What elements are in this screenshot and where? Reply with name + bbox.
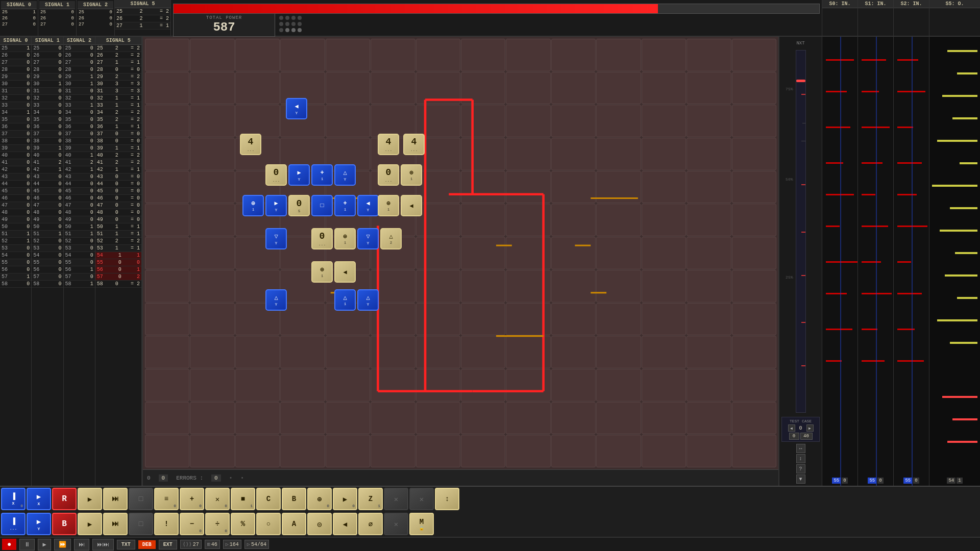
footer-fff-btn[interactable]: ⏭	[74, 539, 89, 550]
list-item: 280= 0	[95, 66, 141, 73]
s2-list-header: SIGNAL 2	[64, 37, 95, 45]
tb-btn-play2[interactable]: ▶	[78, 513, 102, 535]
tile-down-y1[interactable]: ▽Y	[265, 228, 287, 249]
tile-plus-bottom[interactable]: ⊕1	[311, 261, 333, 283]
tile-plus-cream[interactable]: ⊕1	[401, 164, 422, 186]
tile-up-bottom-1[interactable]: △1	[334, 289, 356, 311]
tile-cross-1[interactable]: ⊕1	[334, 228, 356, 249]
side-btn-4[interactable]: ▼	[796, 474, 805, 484]
tb-btn-c[interactable]: C	[256, 488, 281, 510]
tb-btn-stop2[interactable]: □	[129, 513, 153, 535]
signal0-header-col: SIGNAL 0 251 260 270	[0, 0, 38, 37]
tile-4-right1[interactable]: 4 ...	[378, 134, 399, 155]
grid-area[interactable]: // Generate grid cells for(let i=0;i<182…	[143, 37, 778, 486]
tb-btn-fast-fwd[interactable]: ⏭	[103, 488, 128, 510]
tile-4-left[interactable]: 4 ...	[240, 134, 261, 155]
signal0-list: SIGNAL 0 251 260 270 280 290 300 310 320…	[0, 37, 32, 486]
tc-next-button[interactable]: ▶	[806, 424, 814, 432]
tb-btn-play[interactable]: ▶	[78, 488, 102, 510]
tile-up-2[interactable]: △2	[380, 228, 402, 249]
tile-plus-1-blue[interactable]: +1	[334, 195, 356, 216]
tile-play-y1[interactable]: ▶Y	[288, 164, 310, 186]
footer-val4-box: ▷ 54/64	[244, 540, 269, 549]
tb-btn-z[interactable]: Z1	[358, 488, 383, 510]
list-item: 271= 1	[95, 59, 141, 66]
tile-plus-1-cream[interactable]: ⊕1	[378, 195, 399, 216]
tb-btn-x[interactable]: ✕0	[205, 488, 230, 510]
tb-btn-add[interactable]: +0	[180, 488, 204, 510]
tc-prev-button[interactable]: ◀	[788, 424, 795, 432]
tile-left-bottom[interactable]: ◀	[334, 261, 356, 283]
tile-up-bottom-y2[interactable]: △Y	[357, 289, 379, 311]
tile-0-5[interactable]: 0 5	[288, 195, 310, 216]
tb-btn-pause-y[interactable]: ▐...	[1, 513, 26, 535]
list-item: 440	[32, 181, 63, 188]
footer-record-btn[interactable]: ●	[2, 539, 16, 550]
tb-btn-div[interactable]: ÷0	[205, 513, 230, 535]
tile-0-cream2[interactable]: 0 ...	[378, 164, 399, 186]
tb-btn-excl[interactable]: !	[154, 513, 179, 535]
tile-left-arrow-top[interactable]: ◀Y	[286, 98, 307, 119]
s5-list-header: SIGNAL 5	[95, 37, 141, 45]
tb-btn-record[interactable]: R	[52, 488, 77, 510]
tb-btn-stop[interactable]: □	[129, 488, 153, 510]
tile-play-y2[interactable]: ▶Y	[265, 195, 287, 216]
tb-btn-x4[interactable]: ✕	[384, 513, 408, 535]
footer-txt-btn[interactable]: TXT	[117, 540, 135, 549]
s2-h2: 260	[78, 15, 113, 21]
tile-up-bottom-y1[interactable]: △Y	[265, 289, 287, 311]
tb-btn-x2[interactable]: ✕	[384, 488, 408, 510]
tb-btn-arrows-v[interactable]: ↕	[435, 488, 459, 510]
footer-ffff-btn[interactable]: ⏭⏭	[92, 539, 114, 550]
tc-box2: 40	[800, 433, 813, 440]
tile-4-right2[interactable]: 4 ...	[403, 134, 425, 155]
tb-btn-b[interactable]: B	[282, 488, 306, 510]
tb-btn-arrow-r[interactable]: ▶0	[333, 488, 357, 510]
footer-play-btn[interactable]: ▶	[38, 539, 51, 550]
tile-0-dots[interactable]: 0 ...	[311, 228, 333, 249]
tb-btn-minus[interactable]: −0	[180, 513, 204, 535]
tile-0-cream1[interactable]: 0 ...	[265, 164, 287, 186]
tb-btn-left[interactable]: ◀	[333, 513, 357, 535]
tile-up-y1[interactable]: △Y	[334, 164, 356, 186]
tb-btn-block[interactable]: ■1	[231, 488, 255, 510]
tile-plus-blue[interactable]: ⊕1	[242, 195, 264, 216]
list-item: 421	[32, 166, 63, 173]
tile-down-y2[interactable]: ▽Y	[357, 228, 379, 249]
tb-btn-eq[interactable]: ≡0	[154, 488, 179, 510]
signal2-label: SIGNAL 2	[78, 1, 113, 9]
tb-btn-a[interactable]: A	[282, 513, 306, 535]
tile-left-y[interactable]: ◀Y	[357, 195, 379, 216]
footer-pause-btn[interactable]: ⏸	[19, 539, 35, 550]
list-item: 421= 1	[95, 166, 141, 173]
tb-btn-bullseye[interactable]: ◎	[307, 513, 332, 535]
footer-ff-btn[interactable]: ⏩	[54, 539, 71, 550]
vertical-slider[interactable]: 75% 50% 25%	[796, 50, 806, 413]
power-bar-container	[173, 2, 820, 15]
tb-btn-play-y[interactable]: ▶Y	[27, 513, 51, 535]
side-btn-1[interactable]: ↔	[796, 444, 805, 453]
tb-btn-slash[interactable]: ∅	[358, 513, 383, 535]
tb-btn-x3[interactable]: ✕	[409, 488, 434, 510]
tile-left-cream[interactable]: ◀	[401, 195, 422, 216]
footer-val3: 164	[230, 542, 239, 547]
tb-btn-b2[interactable]: B	[52, 513, 77, 535]
footer-deb-btn[interactable]: DEB	[138, 540, 156, 549]
tile-square-blue[interactable]: □	[311, 195, 333, 216]
list-item: 480	[0, 209, 31, 216]
list-item: 450	[64, 188, 95, 195]
side-btn-3[interactable]: ?	[796, 464, 805, 473]
tb-btn-pct[interactable]: %	[231, 513, 255, 535]
tile-plus-1[interactable]: +1	[311, 164, 333, 186]
tb-btn-ff2[interactable]: ⏭	[103, 513, 128, 535]
list-item: 490	[0, 216, 31, 223]
side-btn-2[interactable]: ↕	[796, 454, 805, 463]
tb-btn-cross[interactable]: ⊕0	[307, 488, 332, 510]
list-item: 450= 0	[95, 188, 141, 195]
tb-btn-circle[interactable]: ○	[256, 513, 281, 535]
tb-btn-play-x[interactable]: ▶X	[27, 488, 51, 510]
tb-btn-pause-x[interactable]: ▐X 0	[1, 488, 26, 510]
tb-btn-m-lock[interactable]: M🔒	[409, 513, 434, 535]
slider-handle[interactable]	[796, 80, 805, 82]
footer-ext-btn[interactable]: EXT	[159, 540, 177, 549]
